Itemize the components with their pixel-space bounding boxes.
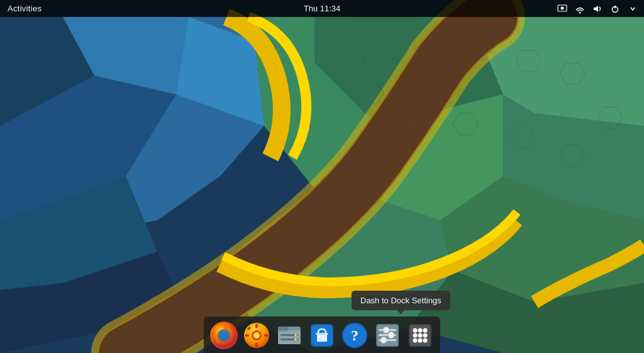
system-tray	[556, 3, 639, 15]
svg-point-17	[579, 11, 581, 13]
svg-point-25	[253, 332, 260, 339]
svg-point-57	[423, 328, 428, 333]
svg-point-52	[380, 337, 387, 344]
svg-point-38	[294, 339, 297, 341]
activities-button[interactable]: Activities	[5, 4, 44, 13]
svg-rect-41	[316, 333, 328, 335]
svg-point-50	[388, 332, 394, 339]
svg-point-56	[418, 328, 423, 333]
topbar: Activities Thu 11:34	[0, 0, 644, 17]
svg-rect-27	[255, 343, 258, 347]
svg-rect-28	[245, 334, 249, 337]
svg-point-37	[294, 334, 297, 337]
svg-point-59	[418, 333, 423, 338]
dock-icon-dash-settings[interactable]	[372, 320, 402, 350]
power-icon[interactable]	[609, 3, 621, 15]
network-icon[interactable]	[574, 3, 586, 15]
svg-rect-34	[278, 327, 288, 330]
svg-point-62	[418, 339, 423, 343]
desktop: Activities Thu 11:34	[0, 0, 644, 353]
dock-icon-firefox[interactable]	[209, 320, 239, 350]
clock: Thu 11:34	[304, 4, 341, 13]
volume-icon[interactable]	[591, 3, 604, 15]
svg-rect-32	[278, 330, 301, 344]
screen-recorder-icon[interactable]	[556, 3, 569, 15]
svg-point-58	[413, 333, 418, 338]
svg-point-60	[423, 333, 428, 338]
svg-point-22	[219, 331, 228, 340]
svg-point-63	[423, 339, 428, 343]
dock-icon-show-applications[interactable]	[405, 320, 435, 350]
svg-point-61	[413, 339, 418, 343]
desktop-background	[0, 0, 644, 353]
svg-text:?: ?	[351, 327, 358, 344]
svg-point-16	[561, 6, 564, 9]
svg-rect-29	[264, 334, 268, 337]
dock: ?	[204, 317, 440, 353]
tray-menu-arrow[interactable]	[626, 3, 639, 15]
dock-icon-system-settings[interactable]	[242, 320, 272, 350]
dock-icon-files[interactable]	[274, 320, 304, 350]
svg-rect-26	[255, 324, 258, 328]
svg-point-48	[383, 327, 389, 333]
dock-icon-help[interactable]: ?	[340, 320, 370, 350]
dock-icon-software-center[interactable]	[307, 320, 337, 350]
svg-point-55	[413, 328, 418, 333]
